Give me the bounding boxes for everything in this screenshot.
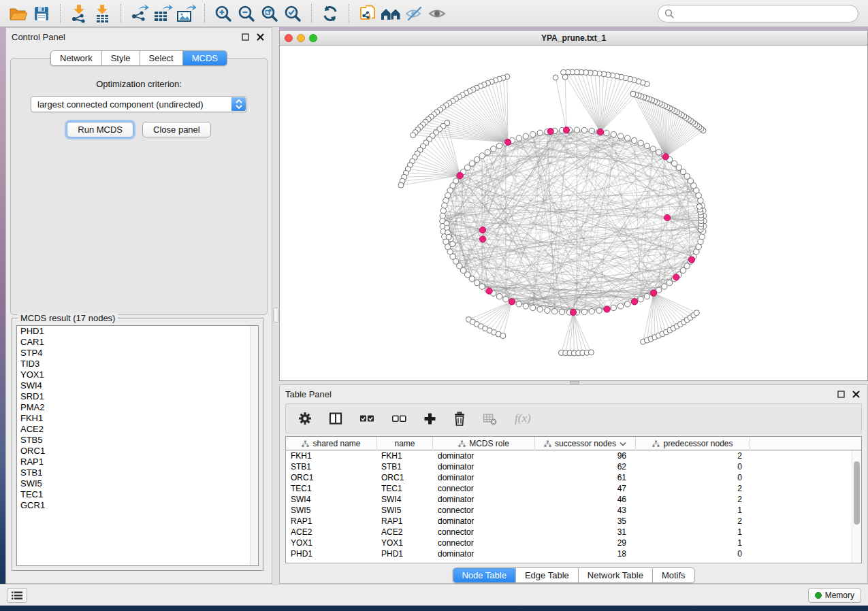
destroy-table-button[interactable] [483, 412, 498, 425]
table-tab-node-table[interactable]: Node Table [453, 568, 515, 582]
mcds-result-item[interactable]: STB5 [17, 435, 258, 446]
zoom-out-button[interactable] [235, 3, 258, 24]
table-tab-network-table[interactable]: Network Table [578, 568, 652, 582]
mcds-result-item[interactable]: RAP1 [17, 457, 258, 467]
float-panel-button[interactable] [239, 31, 251, 43]
zoom-fit-button[interactable] [258, 3, 281, 24]
tab-network[interactable]: Network [51, 51, 101, 65]
mcds-result-item[interactable]: FKH1 [17, 413, 258, 424]
zoom-selected-button[interactable] [281, 3, 304, 24]
table-row[interactable]: YOX1YOX1connector291 [286, 538, 861, 548]
table-row[interactable]: FKH1FKH1dominator962 [286, 450, 861, 461]
first-neighbors-button[interactable] [379, 3, 402, 24]
criterion-dropdown[interactable]: largest connected component (undirected) [31, 96, 247, 112]
close-panel-button[interactable] [254, 31, 266, 43]
mcds-result-item[interactable]: ACE2 [17, 424, 258, 435]
status-bar: Memory [0, 584, 868, 606]
toolbar-separator [311, 4, 312, 23]
clone-network-icon [359, 4, 376, 23]
table-panel: Table Panel [279, 384, 868, 584]
mcds-result-item[interactable]: PHD1 [17, 326, 258, 337]
search-input[interactable] [678, 8, 852, 18]
table-tab-edge-table[interactable]: Edge Table [515, 568, 578, 582]
search-field[interactable] [658, 5, 858, 22]
save-session-button[interactable] [30, 3, 53, 24]
hide-selected-button[interactable] [402, 3, 425, 24]
mcds-result-list[interactable]: PHD1CAR1STP4TID3YOX1SWI4SRD1PMA2FKH1ACE2… [16, 325, 259, 566]
mcds-result-item[interactable]: YOX1 [17, 369, 258, 380]
open-session-button[interactable] [7, 3, 30, 24]
export-table-button[interactable] [151, 3, 174, 24]
table-cell: 1 [636, 527, 750, 538]
columns-icon [329, 412, 342, 425]
table-row[interactable]: TEC1TEC1connector472 [286, 483, 861, 494]
unselect-all-button[interactable] [391, 413, 406, 424]
table-cell: 1 [636, 505, 750, 516]
tab-style[interactable]: Style [101, 51, 140, 65]
column-header-MCDS-role[interactable]: MCDS role [433, 437, 535, 450]
table-row[interactable]: ORC1ORC1dominator610 [286, 472, 861, 483]
mcds-result-item[interactable]: GCR1 [17, 500, 258, 511]
table-scrollbar[interactable] [852, 450, 861, 563]
close-panel-button-mcds[interactable]: Close panel [142, 122, 211, 137]
table-tab-motifs[interactable]: Motifs [652, 568, 694, 582]
task-history-button[interactable] [7, 588, 27, 603]
mcds-result-item[interactable]: PMA2 [17, 402, 258, 413]
import-table-button[interactable] [91, 3, 114, 24]
table-panel-title: Table Panel [285, 389, 332, 399]
delete-row-button[interactable] [453, 412, 466, 426]
mcds-result-item[interactable]: STP4 [17, 348, 258, 359]
show-all-button[interactable] [425, 3, 449, 24]
import-network-button[interactable] [67, 3, 91, 24]
column-header-predecessor-nodes[interactable]: predecessor nodes [636, 437, 750, 450]
table-cell: 62 [535, 461, 636, 472]
clone-network-button[interactable] [356, 3, 379, 24]
tab-select[interactable]: Select [140, 51, 182, 65]
mcds-result-item[interactable]: ORC1 [17, 446, 258, 457]
add-row-button[interactable] [423, 412, 436, 425]
table-cell: dominator [433, 450, 535, 461]
mcds-result-item[interactable]: CAR1 [17, 337, 258, 348]
float-table-panel-button[interactable] [835, 388, 847, 400]
splitter-grip[interactable] [273, 308, 278, 323]
table-cell: 2 [636, 516, 750, 527]
function-builder-button[interactable]: f(x) [515, 412, 531, 425]
table-scrollbar-thumb[interactable] [854, 461, 860, 525]
memory-button[interactable]: Memory [808, 588, 861, 603]
network-canvas[interactable] [280, 46, 867, 380]
table-cell: ACE2 [286, 527, 377, 538]
tab-mcds[interactable]: MCDS [182, 51, 227, 65]
table-cell: dominator [433, 472, 535, 483]
table-row[interactable]: PHD1PHD1dominator180 [286, 548, 861, 559]
apply-layout-button[interactable] [319, 3, 342, 24]
show-column-button[interactable] [329, 412, 342, 425]
mcds-result-item[interactable]: TID3 [17, 359, 258, 369]
column-header-name[interactable]: name [377, 437, 433, 450]
export-image-button[interactable] [174, 3, 197, 24]
table-row[interactable]: RAP1RAP1dominator352 [286, 516, 861, 527]
mcds-result-item[interactable]: STB1 [17, 467, 258, 478]
table-cell: dominator [433, 494, 535, 505]
mcds-result-item[interactable]: SWI4 [17, 380, 258, 391]
zoom-in-button[interactable] [212, 3, 235, 24]
mcds-result-item[interactable]: SRD1 [17, 391, 258, 402]
table-row[interactable]: STB1STB1dominator620 [286, 461, 861, 472]
save-floppy-icon [33, 5, 50, 22]
mcds-result-item[interactable]: SWI5 [17, 478, 258, 489]
vertical-splitter[interactable] [272, 27, 279, 584]
table-row[interactable]: ACE2ACE2connector311 [286, 527, 861, 538]
table-row[interactable]: SWI5SWI5connector431 [286, 505, 861, 516]
destroy-table-icon [483, 412, 498, 425]
select-all-button[interactable] [359, 413, 374, 424]
export-network-button[interactable] [128, 3, 151, 24]
table-cell: 96 [535, 450, 636, 461]
column-header-successor-nodes[interactable]: successor nodes [535, 437, 636, 450]
table-settings-button[interactable] [298, 412, 312, 425]
column-header-shared-name[interactable]: shared name [286, 437, 377, 450]
table-row[interactable]: SWI4SWI4dominator462 [286, 494, 861, 505]
mcds-list-scrollbar[interactable] [250, 326, 258, 565]
mcds-result-item[interactable]: TEC1 [17, 489, 258, 500]
close-table-panel-button[interactable] [850, 388, 862, 400]
run-mcds-button[interactable]: Run MCDS [67, 122, 133, 137]
network-window-titlebar[interactable]: YPA_prune.txt_1 [280, 31, 867, 46]
